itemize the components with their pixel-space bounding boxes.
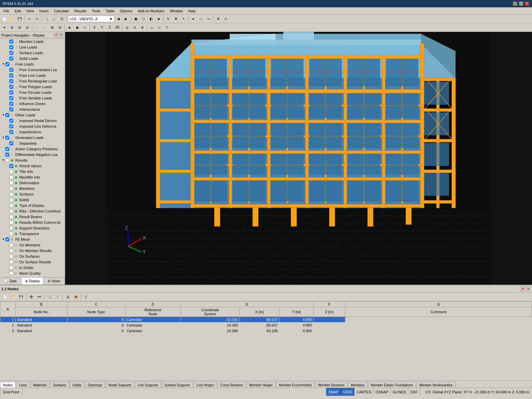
tb2-view3[interactable]: Z (106, 24, 113, 31)
table-row[interactable]: 2 Standard 0 Cartesian 10.300 80.637 4.9… (0, 323, 532, 328)
tree-item-free-variable[interactable]: ⟂ Free Variable Loads (0, 95, 65, 101)
redo-button[interactable]: ↪ (33, 15, 41, 23)
cb-free-line[interactable] (9, 73, 13, 77)
cb-on-surface-results[interactable] (9, 260, 13, 264)
tree-item-free-polygon[interactable]: ⟂ Free Polygon Loads (0, 84, 65, 89)
table-close[interactable]: ✕ (526, 287, 531, 291)
cb-in-solids[interactable] (9, 266, 13, 270)
cb-type-display[interactable] (9, 203, 13, 207)
new-button[interactable]: 📄 (1, 15, 8, 23)
bottom-tab-member-elastic-foundations[interactable]: Member Elastic Foundations (368, 382, 416, 388)
table-row[interactable]: 1 Standard 0 Cartesian -13.201 80.637 4.… (0, 317, 532, 323)
bottom-tab-member-eccentricities[interactable]: Member Eccentricities (276, 382, 315, 388)
solid-btn[interactable]: ■ (155, 15, 162, 23)
render-btn[interactable]: ▣ (132, 15, 139, 23)
tree-item-fe-mesh[interactable]: ▼ ⊞ FE Mesh (0, 236, 65, 242)
cb-transparent[interactable] (9, 232, 13, 236)
tree-item-results-col[interactable]: ▣ Results Within Column Ar (0, 219, 65, 225)
table-pin[interactable]: 📌 (520, 287, 525, 291)
status-glines[interactable]: GLINES (391, 388, 408, 396)
tree-item-free-line[interactable]: ⟂ Free Line Loads (0, 72, 65, 78)
cb-on-member-results[interactable] (9, 249, 13, 253)
panel-tab-display[interactable]: 🖥 Display (22, 278, 43, 285)
cb-surfaces-res[interactable] (9, 192, 13, 196)
menu-calculate[interactable]: Calculate (51, 8, 72, 14)
menu-table[interactable]: Table (103, 8, 117, 14)
tb2-snap3[interactable]: ⊛ (139, 24, 146, 31)
tb2-btn8[interactable]: ⊟ (56, 24, 64, 31)
table-formula[interactable]: ƒ (82, 293, 90, 301)
tree-item-on-member-results[interactable]: ⊞ On Member Results (0, 248, 65, 253)
menu-window[interactable]: Window (167, 8, 185, 14)
zoom-out[interactable]: 🔎 (51, 15, 58, 23)
undo-button[interactable]: ↩ (26, 15, 33, 23)
tree-item-result-beams[interactable]: ▣ Result Beams (0, 214, 65, 219)
tree-item-action-cat[interactable]: ⟂ Action Category Prestress (0, 146, 65, 152)
tree-item-free-rect[interactable]: ⟂ Free Rectangular Load (0, 78, 65, 84)
tree-item-deformation[interactable]: ▣ Deformation (0, 180, 65, 186)
cb-result-beams[interactable] (9, 215, 13, 219)
cb-free-variable[interactable] (9, 96, 13, 100)
bottom-tab-surface-supports[interactable]: Surface Supports (162, 382, 193, 388)
cb-imperfections[interactable] (9, 130, 13, 134)
tree-item-surface-loads[interactable]: ⟂ Surface Loads (0, 50, 65, 56)
tb2-misc3[interactable]: ▽ (164, 24, 171, 31)
bottom-tab-member-hinges[interactable]: Member Hinges (246, 382, 276, 388)
cb-line-loads[interactable] (9, 45, 13, 49)
menu-file[interactable]: File (1, 8, 12, 14)
surface-btn[interactable]: ▭ (205, 15, 212, 23)
table-save[interactable]: 💾 (17, 293, 25, 301)
menu-tools[interactable]: Tools (89, 8, 103, 14)
bottom-tab-nodal-supports[interactable]: Nodal Supports (105, 382, 134, 388)
cb-separately[interactable] (9, 141, 13, 145)
menu-edit[interactable]: Edit (12, 8, 24, 14)
cb-members-res[interactable] (9, 187, 13, 191)
cb-results-col[interactable] (9, 220, 13, 224)
tb2-snap1[interactable]: ◎ (123, 24, 131, 31)
cb-deformation[interactable] (9, 181, 13, 185)
tree-item-free-concentrated[interactable]: ⟂ Free Concentrated Loa (0, 67, 65, 72)
tree-item-in-solids[interactable]: ⊞ In Solids (0, 265, 65, 270)
status-snap[interactable]: SNAP (326, 388, 341, 396)
tree-item-imposed-line[interactable]: ⟂ Imposed Line Deforma (0, 123, 65, 129)
panel-pin[interactable]: 📌 (54, 33, 58, 38)
tb2-view2[interactable]: Y (98, 24, 106, 31)
table-filter[interactable]: 🔍 (46, 293, 53, 301)
cb-member-loads[interactable] (9, 40, 13, 44)
tree-item-results[interactable]: ▼ ▣ Results (0, 157, 65, 163)
cb-on-members[interactable] (9, 243, 13, 247)
table-row[interactable]: 3 Standard 0 Cartesian 10.300 60.105 4.9… (0, 328, 532, 334)
cb-generated[interactable] (5, 136, 9, 140)
tree-item-transparent[interactable]: ▣ Transparent (0, 231, 65, 236)
prev-lc[interactable]: ◀ (115, 15, 122, 23)
bottom-tab-openings[interactable]: Openings (85, 382, 105, 388)
status-dxf[interactable]: DXF (408, 388, 420, 396)
menu-help[interactable]: Help (186, 8, 199, 14)
tree-item-mesh-quality[interactable]: ⊞ Mesh Quality (0, 270, 65, 276)
table-add-row[interactable]: ➕ (28, 293, 35, 301)
tree-item-influence[interactable]: ⟂ Influence Zones (0, 101, 65, 106)
menu-view[interactable]: View (24, 8, 37, 14)
next-lc[interactable]: ▶ (122, 15, 130, 23)
tree-item-type-display[interactable]: ▣ Type of Display (0, 202, 65, 208)
bottom-tab-surfaces[interactable]: Surfaces (50, 382, 69, 388)
tree-item-result-values[interactable]: ▣ Result Values (0, 163, 65, 169)
zoom-all[interactable]: ⊡ (58, 15, 66, 23)
tb2-misc1[interactable]: △ (148, 24, 156, 31)
cb-other-loads[interactable] (5, 113, 9, 117)
menu-results[interactable]: Results (72, 8, 89, 14)
tree-item-ribs[interactable]: ▣ Ribs - Effective Contributi (0, 208, 65, 214)
bottom-tab-nodes[interactable]: Nodes (0, 382, 16, 388)
bottom-tab-member-nonlinearities[interactable]: Member Nonlinearities (416, 382, 456, 388)
open-button[interactable]: 📂 (8, 15, 16, 23)
cb-solids-res[interactable] (9, 198, 13, 202)
cb-solid-loads[interactable] (9, 57, 13, 61)
tree-item-maxmin[interactable]: ▣ Max/Min Info (0, 174, 65, 180)
cb-intersections[interactable] (9, 107, 13, 111)
tb2-btn6[interactable]: ⋯ (41, 24, 48, 31)
bottom-tab-line-supports[interactable]: Line Supports (135, 382, 161, 388)
save-button[interactable]: 💾 (16, 15, 23, 23)
wire-btn[interactable]: ⬡ (140, 15, 147, 23)
tree-item-solid-loads[interactable]: ⟂ Solid Loads (0, 56, 65, 61)
tree-item-other-loads[interactable]: ▼ ⟂ Other Loads (0, 112, 65, 118)
